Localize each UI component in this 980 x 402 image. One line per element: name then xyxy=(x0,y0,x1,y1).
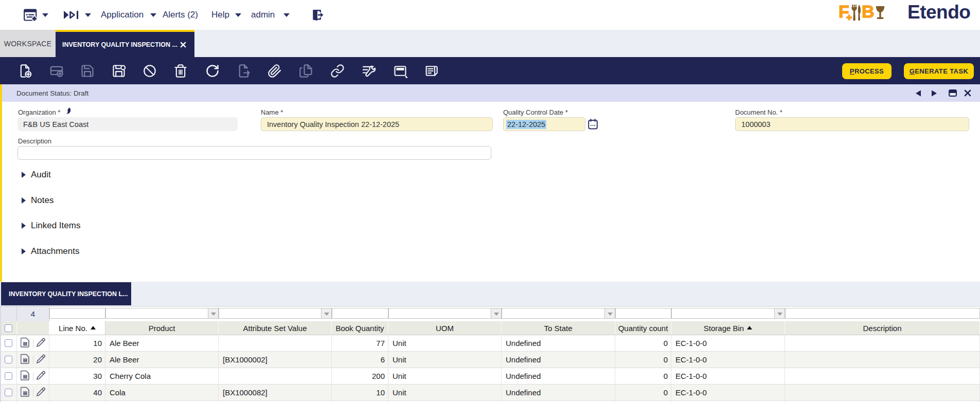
svg-text:B: B xyxy=(862,4,875,21)
